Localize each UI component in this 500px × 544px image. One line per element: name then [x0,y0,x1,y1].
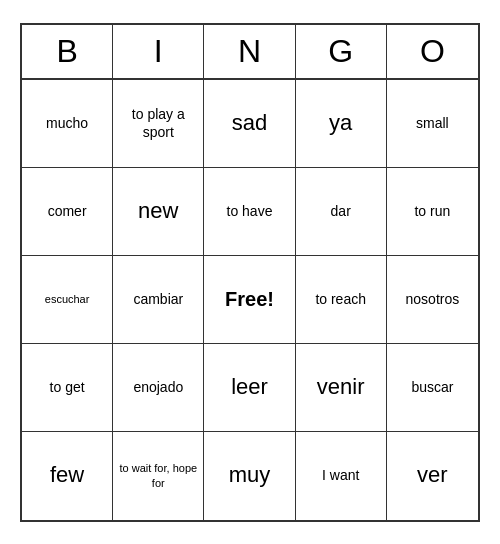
header-letter: I [113,25,204,78]
bingo-cell: leer [204,344,295,432]
bingo-card: BINGO muchoto play a sportsadyasmallcome… [20,23,480,522]
bingo-cell: dar [296,168,387,256]
bingo-cell: mucho [22,80,113,168]
bingo-cell: venir [296,344,387,432]
bingo-cell: to run [387,168,478,256]
bingo-cell: to get [22,344,113,432]
header-letter: G [296,25,387,78]
bingo-cell: enojado [113,344,204,432]
bingo-cell: sad [204,80,295,168]
bingo-cell: to have [204,168,295,256]
bingo-cell: few [22,432,113,520]
bingo-cell: muy [204,432,295,520]
header-letter: N [204,25,295,78]
bingo-grid: muchoto play a sportsadyasmallcomernewto… [22,80,478,520]
bingo-header: BINGO [22,25,478,80]
bingo-cell: comer [22,168,113,256]
bingo-cell: Free! [204,256,295,344]
bingo-cell: ya [296,80,387,168]
bingo-cell: I want [296,432,387,520]
header-letter: O [387,25,478,78]
bingo-cell: new [113,168,204,256]
bingo-cell: to wait for, hope for [113,432,204,520]
bingo-cell: escuchar [22,256,113,344]
bingo-cell: to reach [296,256,387,344]
bingo-cell: cambiar [113,256,204,344]
bingo-cell: buscar [387,344,478,432]
bingo-cell: ver [387,432,478,520]
bingo-cell: to play a sport [113,80,204,168]
bingo-cell: small [387,80,478,168]
bingo-cell: nosotros [387,256,478,344]
header-letter: B [22,25,113,78]
